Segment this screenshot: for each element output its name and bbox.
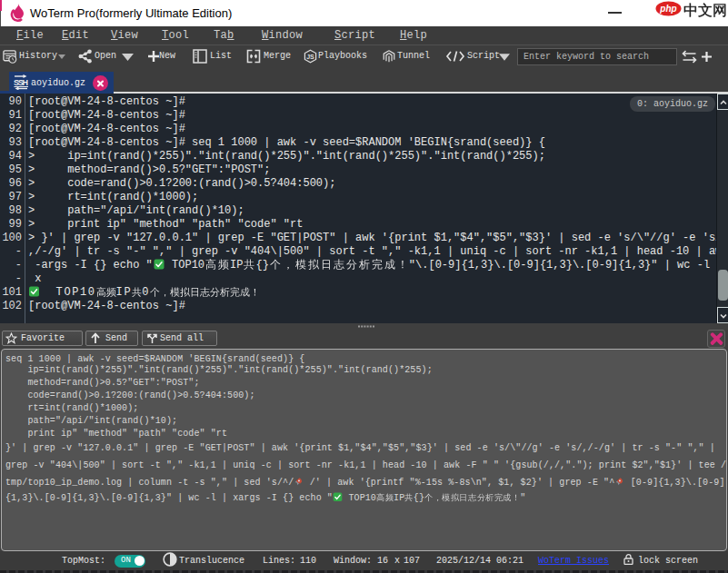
svg-text:php: php: [659, 4, 676, 14]
svg-text:JS: JS: [306, 54, 314, 60]
svg-text:SSH: SSH: [14, 78, 28, 87]
